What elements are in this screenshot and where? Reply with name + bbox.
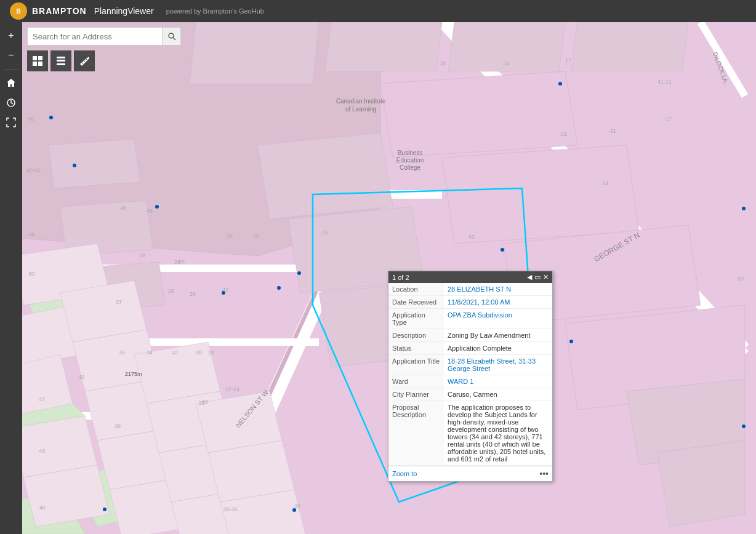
- layers-button[interactable]: [50, 50, 71, 71]
- svg-text:2175m: 2175m: [125, 371, 142, 377]
- app-name: PlanningViewer: [94, 6, 154, 16]
- popup-field-label: Ward: [388, 375, 444, 388]
- map-canvas[interactable]: NELSON ST W GEORGE ST N DILOCK LA... 34 …: [0, 22, 756, 534]
- svg-text:30: 30: [196, 349, 202, 356]
- svg-text:14: 14: [504, 60, 510, 66]
- popup-field-value: Zoning By Law Amendment: [444, 329, 552, 341]
- svg-text:40-52: 40-52: [26, 167, 41, 173]
- popup-minimize-button[interactable]: ▭: [534, 273, 541, 281]
- search-bar: [27, 27, 181, 46]
- svg-point-57: [277, 286, 281, 290]
- svg-marker-25: [571, 22, 688, 71]
- popup-field-value: Application Complete: [444, 342, 552, 354]
- svg-text:38: 38: [115, 423, 121, 429]
- app-header: B BRAMPTON PlanningViewer powered by Bra…: [0, 0, 756, 22]
- popup: 1 of 2 ◀ ▭ ✕ Location28 ELIZABETH ST NDa…: [388, 271, 553, 482]
- svg-rect-123: [57, 57, 65, 58]
- svg-text:Canadian Institute: Canadian Institute: [336, 98, 386, 105]
- popup-prev-button[interactable]: ◀: [527, 273, 532, 281]
- popup-counter: 1 of 2: [392, 274, 409, 281]
- popup-field-value: 18-28 Elizabeth Street, 31-33 George Str…: [444, 355, 552, 375]
- left-toolbar: + −: [0, 22, 22, 534]
- popup-field-label: Location: [388, 283, 444, 295]
- more-options-button[interactable]: •••: [539, 469, 549, 479]
- brampton-logo: B: [10, 2, 27, 20]
- svg-point-53: [49, 116, 53, 119]
- svg-text:42: 42: [222, 287, 228, 293]
- home-button[interactable]: [2, 74, 20, 92]
- svg-text:43: 43: [39, 448, 45, 454]
- svg-point-64: [103, 508, 107, 511]
- history-button[interactable]: [2, 94, 20, 111]
- svg-marker-26: [380, 71, 577, 157]
- svg-text:28: 28: [208, 349, 214, 356]
- svg-text:60: 60: [28, 116, 34, 122]
- search-button[interactable]: [163, 27, 181, 46]
- svg-text:-21: -21: [608, 128, 616, 134]
- svg-text:-21: -21: [559, 131, 567, 137]
- svg-rect-118: [33, 56, 37, 60]
- svg-marker-22: [190, 22, 319, 84]
- svg-text:20: 20: [738, 276, 744, 282]
- svg-rect-120: [33, 62, 37, 66]
- svg-point-54: [73, 164, 76, 167]
- svg-text:37: 37: [116, 299, 122, 305]
- svg-rect-124: [57, 63, 65, 65]
- svg-text:46: 46: [120, 205, 126, 211]
- svg-point-59: [501, 248, 504, 252]
- svg-point-60: [558, 82, 562, 86]
- svg-text:College: College: [400, 164, 420, 171]
- svg-text:30: 30: [440, 60, 446, 66]
- zoom-in-button[interactable]: +: [2, 27, 20, 44]
- popup-row: DescriptionZoning By Law Amendment: [388, 329, 552, 342]
- svg-text:32: 32: [172, 349, 178, 356]
- svg-text:30: 30: [28, 271, 34, 277]
- svg-rect-121: [38, 62, 42, 66]
- fullscreen-button[interactable]: [2, 114, 20, 131]
- popup-row: Application TypeOPA ZBA Subdivision: [388, 309, 552, 329]
- svg-text:22-24: 22-24: [225, 386, 239, 393]
- svg-text:26: 26: [253, 233, 259, 239]
- svg-point-116: [169, 33, 174, 38]
- popup-header: 1 of 2 ◀ ▭ ✕: [388, 271, 552, 283]
- svg-marker-27: [442, 145, 639, 244]
- popup-field-value: OPA ZBA Subdivision: [444, 309, 552, 329]
- popup-field-label: Date Received: [388, 296, 444, 308]
- svg-text:34: 34: [28, 231, 34, 237]
- popup-row: Proposal DescriptionThe application prop…: [388, 401, 552, 466]
- svg-marker-30: [257, 133, 393, 219]
- svg-text:28: 28: [168, 288, 174, 294]
- svg-text:47: 47: [39, 396, 45, 402]
- search-input[interactable]: [27, 27, 163, 46]
- popup-field-value: Caruso, Carmen: [444, 388, 552, 400]
- svg-rect-119: [38, 56, 42, 60]
- svg-point-62: [742, 424, 746, 428]
- popup-field-value: The application proposes to develop the …: [444, 401, 552, 465]
- zoom-to-link[interactable]: Zoom to: [392, 470, 417, 477]
- svg-text:26: 26: [190, 291, 196, 297]
- svg-text:48: 48: [147, 208, 153, 214]
- svg-text:-17: -17: [664, 116, 672, 122]
- popup-row: Application Title18-28 Elizabeth Street,…: [388, 355, 552, 375]
- basemap-button[interactable]: [27, 50, 48, 71]
- svg-text:35: 35: [119, 349, 125, 356]
- svg-point-58: [297, 271, 301, 275]
- svg-line-117: [173, 38, 175, 40]
- popup-body: Location28 ELIZABETH ST NDate Received11…: [388, 283, 552, 466]
- popup-row: WardWARD 1: [388, 375, 552, 388]
- measure-button[interactable]: [74, 50, 95, 71]
- zoom-out-button[interactable]: −: [2, 47, 20, 64]
- popup-field-label: City Planner: [388, 388, 444, 400]
- popup-field-label: Application Title: [388, 355, 444, 375]
- popup-field-label: Description: [388, 329, 444, 341]
- svg-text:34: 34: [147, 349, 153, 356]
- svg-text:28: 28: [174, 259, 180, 265]
- popup-close-button[interactable]: ✕: [543, 273, 549, 281]
- powered-by-text: powered by Brampton's GeoHub: [166, 7, 264, 15]
- svg-marker-23: [325, 22, 442, 71]
- popup-field-value: 11/8/2021, 12:00 AM: [444, 296, 552, 308]
- popup-row: StatusApplication Complete: [388, 342, 552, 355]
- svg-text:40: 40: [39, 504, 46, 511]
- svg-text:of Learning: of Learning: [345, 106, 376, 113]
- svg-text:B: B: [16, 8, 20, 15]
